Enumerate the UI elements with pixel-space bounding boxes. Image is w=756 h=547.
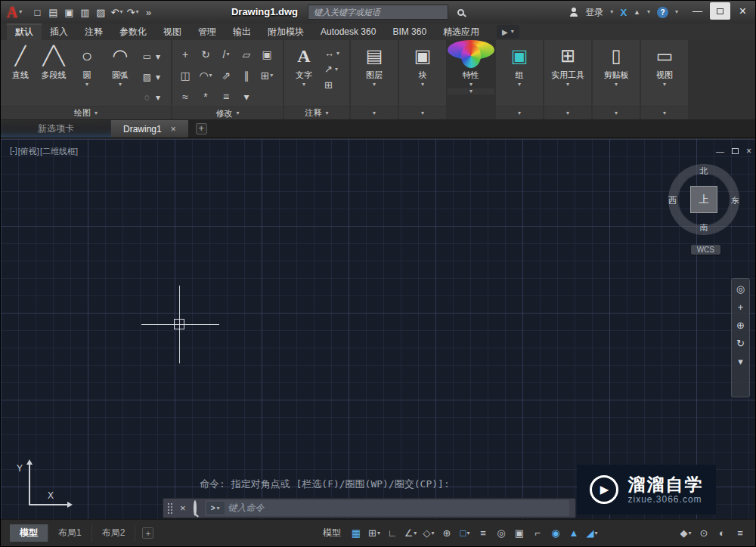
status-icon[interactable]: ∠ <box>401 525 420 542</box>
modify-tool-icon[interactable]: ≡ <box>216 86 236 107</box>
status-icon[interactable]: ⊞ <box>365 525 383 542</box>
annotate-tool-icon[interactable]: ⊞ <box>324 79 339 91</box>
draw-mini-icon[interactable]: ▭ <box>141 48 153 66</box>
modify-tool-icon[interactable]: ⇗ <box>216 65 236 85</box>
draw-tool-button[interactable]: ╱ 直线 <box>4 42 37 106</box>
viewcube-west[interactable]: 西 <box>668 195 677 206</box>
command-input[interactable]: > 键入命令 <box>205 500 569 516</box>
status-icon[interactable]: ◇ <box>420 525 438 542</box>
draw-mini-icon[interactable]: ▾ <box>154 48 162 66</box>
status-icon[interactable]: ⊙ <box>695 525 713 542</box>
navbar-icon[interactable]: ↻ <box>736 338 745 348</box>
navbar-icon[interactable]: + <box>738 302 744 312</box>
status-icon[interactable]: ◢ <box>583 525 601 542</box>
ribbon-tab[interactable]: 输出 <box>225 23 259 40</box>
panel-expand[interactable] <box>351 106 398 119</box>
navbar-icon[interactable]: ⊕ <box>736 320 745 330</box>
file-tab[interactable]: Drawing1 <box>111 120 188 138</box>
viewcube[interactable]: 北 南 西 东 上 <box>666 162 742 237</box>
status-icon[interactable]: ◐ <box>713 525 731 542</box>
status-icon[interactable]: ◎ <box>492 525 510 542</box>
panel-main-button[interactable]: ▯ 剪贴板 <box>596 42 637 106</box>
modify-panel-title[interactable]: 修改 <box>172 107 283 119</box>
qat-icon[interactable]: ↶ <box>109 3 125 21</box>
help-dropdown-icon[interactable] <box>675 9 678 15</box>
viewcube-top-face[interactable]: 上 <box>690 186 717 213</box>
status-icon[interactable]: ▣ <box>510 525 528 542</box>
qat-icon[interactable]: ▨ <box>93 3 109 21</box>
modify-tool-icon[interactable]: / <box>216 44 236 64</box>
command-bar-grip[interactable] <box>168 503 172 514</box>
panel-main-button[interactable]: ▭ 视图 <box>644 42 685 106</box>
draw-panel-title[interactable]: 绘图 <box>1 106 171 119</box>
modify-tool-icon[interactable]: ↻ <box>196 44 215 64</box>
viewport-restore-icon[interactable] <box>732 148 739 154</box>
status-icon[interactable]: ▦ <box>347 525 365 542</box>
annotate-panel-title[interactable]: 注释 <box>284 106 349 119</box>
draw-mini-icon[interactable]: ▾ <box>154 69 162 86</box>
status-icon[interactable]: ∟ <box>383 525 401 542</box>
panel-main-button[interactable]: ▣ 组 <box>499 42 540 106</box>
modify-tool-icon[interactable]: ▣ <box>257 44 277 64</box>
panel-expand[interactable] <box>496 106 543 119</box>
draw-mini-icon[interactable]: ▾ <box>154 88 162 106</box>
drawing-canvas[interactable]: [-][俯视][二维线框] — × 北 南 西 东 上 WCS ◎+⊕↻▾ Y … <box>1 139 756 521</box>
ribbon-tab[interactable]: 插入 <box>42 23 76 40</box>
layout-tab[interactable]: 布局1 <box>48 524 92 542</box>
apps-dropdown-icon[interactable] <box>647 9 650 15</box>
wcs-badge[interactable]: WCS <box>691 245 720 255</box>
status-icon[interactable]: □ <box>456 525 474 542</box>
status-icon[interactable]: ⊕ <box>438 525 456 542</box>
qat-icon[interactable]: ↷ <box>125 3 141 21</box>
modify-tool-icon[interactable]: ⊞ <box>257 65 277 85</box>
draw-tool-button[interactable]: ○ 圆 <box>70 42 104 106</box>
status-icon[interactable]: ▲ <box>565 525 583 542</box>
modify-tool-icon[interactable]: ≈ <box>175 86 195 107</box>
panel-main-button[interactable]: ▤ 图层 <box>354 42 395 106</box>
viewcube-north[interactable]: 北 <box>666 165 742 177</box>
draw-mini-icon[interactable]: ▨ <box>141 69 153 86</box>
new-drawing-tab-button[interactable]: + <box>196 123 207 134</box>
layout-tab[interactable]: 模型 <box>10 524 48 542</box>
tab-close-icon[interactable] <box>171 124 176 134</box>
status-icon[interactable]: ◆ <box>677 525 695 542</box>
maximize-button[interactable] <box>710 2 730 20</box>
panel-expand[interactable] <box>593 106 640 119</box>
annotate-tool-icon[interactable]: ↔ <box>324 48 339 59</box>
ribbon-tab[interactable]: 默认 <box>7 23 42 40</box>
status-icon[interactable]: ≡ <box>731 525 749 542</box>
model-space-label[interactable]: 模型 <box>323 527 341 539</box>
viewcube-east[interactable]: 东 <box>731 195 739 206</box>
file-tab[interactable]: 新选项卡 <box>1 120 111 138</box>
ribbon-tab[interactable]: 精选应用 <box>435 23 488 40</box>
modify-tool-icon[interactable]: ◫ <box>175 65 195 85</box>
viewport-control[interactable]: [-] <box>10 146 17 157</box>
panel-expand[interactable] <box>399 106 446 119</box>
draw-mini-icon[interactable]: ◌ <box>141 88 153 106</box>
viewcube-south[interactable]: 南 <box>666 222 742 233</box>
minimize-button[interactable]: — <box>687 2 708 20</box>
ribbon-tab[interactable]: 注释 <box>76 23 111 40</box>
viewport-close-icon[interactable]: × <box>746 146 751 156</box>
navbar-icon[interactable]: ◎ <box>736 284 745 294</box>
viewport-control[interactable]: [二维线框] <box>40 146 78 157</box>
modify-tool-icon[interactable]: + <box>175 44 195 64</box>
ribbon-tab[interactable]: BIM 360 <box>384 23 435 40</box>
navbar-icon[interactable]: ▾ <box>738 357 743 366</box>
qat-icon[interactable]: ▣ <box>61 3 77 21</box>
apps-icon[interactable]: ▲ <box>634 8 640 16</box>
ribbon-tab[interactable]: 参数化 <box>111 23 155 40</box>
viewport-minimize-icon[interactable]: — <box>716 147 724 156</box>
ribbon-tab[interactable]: 视图 <box>155 23 190 40</box>
status-icon[interactable]: ⌐ <box>528 525 547 542</box>
search-input[interactable]: 键入关键字或短语 <box>308 5 448 20</box>
layout-tab[interactable]: 布局2 <box>92 524 136 542</box>
annotate-tool-icon[interactable]: ↗ <box>324 63 339 75</box>
close-button[interactable]: × <box>733 2 753 20</box>
ribbon-tab[interactable]: 管理 <box>190 23 225 40</box>
text-tool-button[interactable]: A 文字 <box>287 42 321 106</box>
ribbon-tab[interactable]: 附加模块 <box>259 23 312 40</box>
signin-button[interactable]: 登录 <box>585 6 603 19</box>
panel-main-button[interactable]: 特性 <box>451 42 491 88</box>
qat-icon[interactable]: » <box>141 3 156 21</box>
